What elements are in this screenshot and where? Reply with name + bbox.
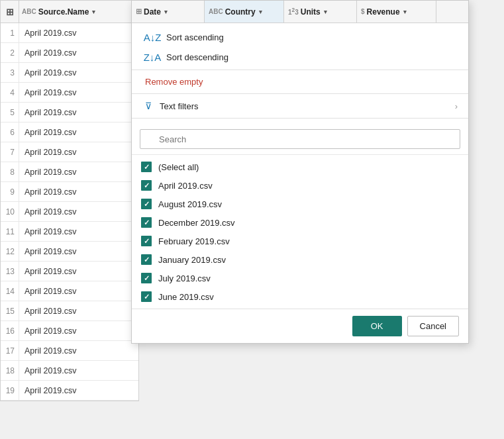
- sort-ascending-item[interactable]: A↓Z Sort ascending: [132, 27, 468, 47]
- table-row: 10 April 2019.csv: [1, 202, 138, 222]
- row-number: 2: [1, 43, 19, 62]
- row-cell-source: April 2019.csv: [19, 108, 138, 117]
- table-row: 6 April 2019.csv: [1, 122, 138, 142]
- row-number: 18: [1, 361, 19, 380]
- row-cell-source: April 2019.csv: [19, 88, 138, 97]
- checkbox[interactable]: [141, 254, 152, 265]
- table-row: 14 April 2019.csv: [1, 281, 138, 301]
- checkbox-list: (Select all) April 2019.csv August 2019.…: [132, 155, 468, 309]
- row-cell-source: April 2019.csv: [19, 207, 138, 217]
- row-number: 3: [1, 63, 19, 82]
- dropdown-col-headers: ⊞ Date ▾ ABC Country ▾ 123 Units ▾ $ Rev…: [132, 1, 468, 23]
- checkbox-item[interactable]: June 2019.csv: [132, 287, 468, 306]
- table-row: 7 April 2019.csv: [1, 142, 138, 162]
- date-col-label: Date: [144, 7, 161, 17]
- checkbox-label: December 2019.csv: [158, 218, 235, 228]
- checkbox-item[interactable]: August 2019.csv: [132, 195, 468, 213]
- date-col-arrow[interactable]: ▾: [164, 9, 168, 15]
- col-name-label: Source.Name: [38, 7, 89, 17]
- table-row: 3 April 2019.csv: [1, 63, 138, 83]
- row-cell-source: April 2019.csv: [19, 247, 138, 256]
- filter-icon: ⊽: [145, 101, 152, 111]
- ok-button[interactable]: OK: [352, 316, 402, 336]
- checkbox-item[interactable]: December 2019.csv: [132, 213, 468, 232]
- checkbox-item[interactable]: April 2019.csv: [132, 176, 468, 195]
- row-number: 9: [1, 182, 19, 201]
- row-cell-source: April 2019.csv: [19, 366, 138, 375]
- checkbox-item[interactable]: January 2019.csv: [132, 250, 468, 269]
- row-number: 6: [1, 122, 19, 142]
- table-row: 19 April 2019.csv: [1, 381, 138, 401]
- search-wrapper: 🔍: [140, 129, 460, 149]
- search-section: 🔍: [132, 124, 468, 155]
- checkbox-label: January 2019.csv: [158, 255, 226, 265]
- text-filters-item[interactable]: ⊽ Text filters ›: [132, 97, 468, 115]
- col-type-icon: ABC: [22, 8, 36, 15]
- checkbox-item[interactable]: February 2019.csv: [132, 232, 468, 250]
- revenue-type-icon: $: [361, 8, 365, 15]
- footer-buttons: OK Cancel: [132, 309, 468, 343]
- row-cell-source: April 2019.csv: [19, 287, 138, 296]
- text-filters-arrow: ›: [455, 101, 458, 111]
- remove-empty-item[interactable]: Remove empty: [132, 73, 468, 91]
- table-row: 2 April 2019.csv: [1, 43, 138, 63]
- sort-asc-icon: A↓Z: [145, 31, 160, 43]
- row-number: 8: [1, 162, 19, 181]
- col-dropdown-arrow[interactable]: ▾: [92, 9, 95, 15]
- table-row: 13 April 2019.csv: [1, 262, 138, 281]
- table-row: 9 April 2019.csv: [1, 182, 138, 202]
- checkbox[interactable]: [141, 291, 152, 302]
- checkbox-label: July 2019.csv: [158, 273, 211, 283]
- checkbox[interactable]: [141, 236, 152, 246]
- checkbox-label: August 2019.csv: [158, 199, 222, 209]
- checkbox[interactable]: [141, 162, 152, 172]
- search-input[interactable]: [140, 129, 460, 149]
- date-col-header[interactable]: ⊞ Date ▾: [132, 1, 205, 23]
- checkbox-label: February 2019.csv: [158, 236, 230, 246]
- row-cell-source: April 2019.csv: [19, 28, 138, 38]
- menu-divider-1: [132, 70, 468, 70]
- checkbox-item[interactable]: (Select all): [132, 158, 468, 176]
- menu-divider-3: [132, 118, 468, 119]
- country-col-header[interactable]: ABC Country ▾: [205, 1, 284, 23]
- row-number: 19: [1, 381, 19, 400]
- checkbox[interactable]: [141, 217, 152, 228]
- table-row: 5 April 2019.csv: [1, 103, 138, 122]
- revenue-col-header[interactable]: $ Revenue ▾: [357, 1, 436, 23]
- units-col-header[interactable]: 123 Units ▾: [284, 1, 357, 23]
- row-number: 17: [1, 341, 19, 360]
- row-number: 4: [1, 83, 19, 102]
- row-cell-source: April 2019.csv: [19, 148, 138, 157]
- checkbox-item[interactable]: July 2019.csv: [132, 269, 468, 287]
- row-cell-source: April 2019.csv: [19, 346, 138, 356]
- row-cell-source: April 2019.csv: [19, 128, 138, 137]
- checkbox[interactable]: [141, 180, 152, 191]
- row-number: 16: [1, 321, 19, 340]
- row-cell-source: April 2019.csv: [19, 326, 138, 336]
- row-cell-source: April 2019.csv: [19, 307, 138, 316]
- row-number: 15: [1, 301, 19, 320]
- table-row: 4 April 2019.csv: [1, 83, 138, 103]
- country-type-icon: ABC: [209, 8, 223, 15]
- units-col-arrow[interactable]: ▾: [324, 9, 327, 15]
- grid-icon-col: ⊞: [1, 1, 19, 23]
- checkbox[interactable]: [141, 273, 152, 283]
- table-row: 1 April 2019.csv: [1, 23, 138, 43]
- table-row: 11 April 2019.csv: [1, 222, 138, 242]
- sort-descending-item[interactable]: Z↓A Sort descending: [132, 47, 468, 67]
- country-col-arrow[interactable]: ▾: [259, 9, 262, 15]
- table-header: ⊞ ABC Source.Name ▾: [1, 1, 138, 23]
- row-cell-source: April 2019.csv: [19, 227, 138, 236]
- revenue-col-arrow[interactable]: ▾: [403, 9, 407, 15]
- row-number: 14: [1, 281, 19, 301]
- cancel-button[interactable]: Cancel: [407, 316, 459, 336]
- date-type-icon: ⊞: [136, 7, 142, 16]
- row-cell-source: April 2019.csv: [19, 386, 138, 395]
- source-name-col-header[interactable]: ABC Source.Name ▾: [19, 1, 138, 23]
- row-number: 10: [1, 202, 19, 221]
- row-cell-source: April 2019.csv: [19, 48, 138, 58]
- sort-asc-label: Sort ascending: [166, 32, 224, 42]
- sort-desc-label: Sort descending: [166, 52, 228, 62]
- table-body: 1 April 2019.csv 2 April 2019.csv 3 Apri…: [1, 23, 138, 401]
- checkbox[interactable]: [141, 199, 152, 209]
